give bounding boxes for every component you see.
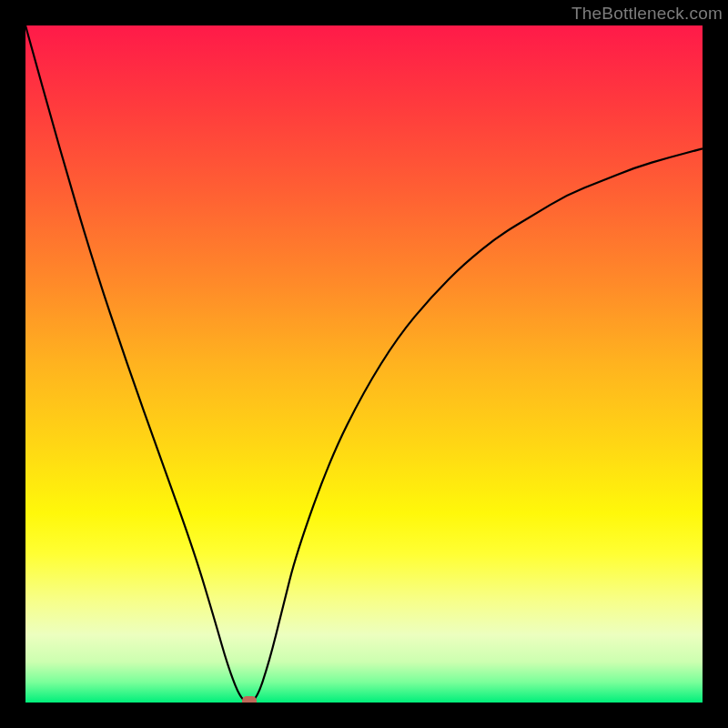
chart-frame: TheBottleneck.com (0, 0, 728, 728)
plot-area (25, 25, 703, 703)
watermark-text: TheBottleneck.com (571, 4, 723, 24)
chart-marker (242, 696, 257, 703)
chart-curve (25, 25, 703, 703)
